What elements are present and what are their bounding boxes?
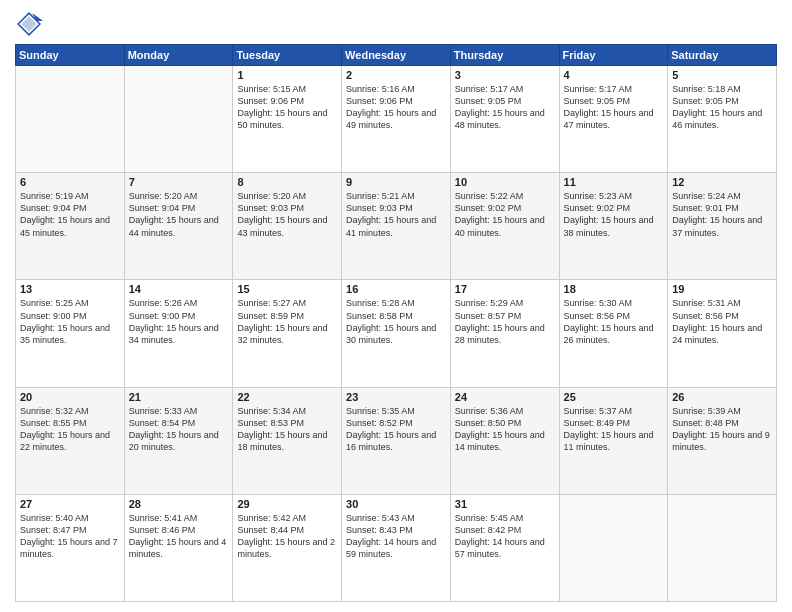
calendar-cell: 13Sunrise: 5:25 AMSunset: 9:00 PMDayligh… — [16, 280, 125, 387]
day-number: 19 — [672, 283, 772, 295]
day-number: 4 — [564, 69, 664, 81]
day-number: 28 — [129, 498, 229, 510]
day-number: 23 — [346, 391, 446, 403]
calendar-cell: 1Sunrise: 5:15 AMSunset: 9:06 PMDaylight… — [233, 66, 342, 173]
logo-icon — [15, 10, 43, 38]
cell-info: Sunrise: 5:31 AMSunset: 8:56 PMDaylight:… — [672, 297, 772, 346]
day-number: 15 — [237, 283, 337, 295]
cell-info: Sunrise: 5:17 AMSunset: 9:05 PMDaylight:… — [564, 83, 664, 132]
cell-info: Sunrise: 5:32 AMSunset: 8:55 PMDaylight:… — [20, 405, 120, 454]
cell-info: Sunrise: 5:20 AMSunset: 9:04 PMDaylight:… — [129, 190, 229, 239]
day-number: 25 — [564, 391, 664, 403]
weekday-header-tuesday: Tuesday — [233, 45, 342, 66]
calendar-cell: 8Sunrise: 5:20 AMSunset: 9:03 PMDaylight… — [233, 173, 342, 280]
cell-info: Sunrise: 5:26 AMSunset: 9:00 PMDaylight:… — [129, 297, 229, 346]
cell-info: Sunrise: 5:43 AMSunset: 8:43 PMDaylight:… — [346, 512, 446, 561]
calendar-cell: 11Sunrise: 5:23 AMSunset: 9:02 PMDayligh… — [559, 173, 668, 280]
cell-info: Sunrise: 5:23 AMSunset: 9:02 PMDaylight:… — [564, 190, 664, 239]
day-number: 22 — [237, 391, 337, 403]
cell-info: Sunrise: 5:34 AMSunset: 8:53 PMDaylight:… — [237, 405, 337, 454]
calendar-cell: 30Sunrise: 5:43 AMSunset: 8:43 PMDayligh… — [342, 494, 451, 601]
calendar-cell: 25Sunrise: 5:37 AMSunset: 8:49 PMDayligh… — [559, 387, 668, 494]
day-number: 13 — [20, 283, 120, 295]
calendar-cell: 14Sunrise: 5:26 AMSunset: 9:00 PMDayligh… — [124, 280, 233, 387]
calendar-cell: 24Sunrise: 5:36 AMSunset: 8:50 PMDayligh… — [450, 387, 559, 494]
day-number: 26 — [672, 391, 772, 403]
day-number: 5 — [672, 69, 772, 81]
cell-info: Sunrise: 5:35 AMSunset: 8:52 PMDaylight:… — [346, 405, 446, 454]
day-number: 9 — [346, 176, 446, 188]
day-number: 20 — [20, 391, 120, 403]
day-number: 11 — [564, 176, 664, 188]
cell-info: Sunrise: 5:20 AMSunset: 9:03 PMDaylight:… — [237, 190, 337, 239]
day-number: 12 — [672, 176, 772, 188]
day-number: 27 — [20, 498, 120, 510]
calendar-cell: 4Sunrise: 5:17 AMSunset: 9:05 PMDaylight… — [559, 66, 668, 173]
calendar-cell: 21Sunrise: 5:33 AMSunset: 8:54 PMDayligh… — [124, 387, 233, 494]
day-number: 24 — [455, 391, 555, 403]
cell-info: Sunrise: 5:19 AMSunset: 9:04 PMDaylight:… — [20, 190, 120, 239]
calendar-cell: 18Sunrise: 5:30 AMSunset: 8:56 PMDayligh… — [559, 280, 668, 387]
cell-info: Sunrise: 5:42 AMSunset: 8:44 PMDaylight:… — [237, 512, 337, 561]
calendar-cell: 6Sunrise: 5:19 AMSunset: 9:04 PMDaylight… — [16, 173, 125, 280]
cell-info: Sunrise: 5:37 AMSunset: 8:49 PMDaylight:… — [564, 405, 664, 454]
calendar-cell: 31Sunrise: 5:45 AMSunset: 8:42 PMDayligh… — [450, 494, 559, 601]
calendar-cell: 27Sunrise: 5:40 AMSunset: 8:47 PMDayligh… — [16, 494, 125, 601]
cell-info: Sunrise: 5:22 AMSunset: 9:02 PMDaylight:… — [455, 190, 555, 239]
calendar: SundayMondayTuesdayWednesdayThursdayFrid… — [15, 44, 777, 602]
week-row-3: 13Sunrise: 5:25 AMSunset: 9:00 PMDayligh… — [16, 280, 777, 387]
calendar-cell: 5Sunrise: 5:18 AMSunset: 9:05 PMDaylight… — [668, 66, 777, 173]
calendar-cell — [124, 66, 233, 173]
day-number: 3 — [455, 69, 555, 81]
calendar-cell — [16, 66, 125, 173]
calendar-cell: 19Sunrise: 5:31 AMSunset: 8:56 PMDayligh… — [668, 280, 777, 387]
calendar-cell: 23Sunrise: 5:35 AMSunset: 8:52 PMDayligh… — [342, 387, 451, 494]
page: SundayMondayTuesdayWednesdayThursdayFrid… — [0, 0, 792, 612]
header — [15, 10, 777, 38]
day-number: 14 — [129, 283, 229, 295]
week-row-4: 20Sunrise: 5:32 AMSunset: 8:55 PMDayligh… — [16, 387, 777, 494]
cell-info: Sunrise: 5:33 AMSunset: 8:54 PMDaylight:… — [129, 405, 229, 454]
logo — [15, 10, 45, 38]
day-number: 10 — [455, 176, 555, 188]
calendar-cell: 28Sunrise: 5:41 AMSunset: 8:46 PMDayligh… — [124, 494, 233, 601]
cell-info: Sunrise: 5:25 AMSunset: 9:00 PMDaylight:… — [20, 297, 120, 346]
weekday-header-wednesday: Wednesday — [342, 45, 451, 66]
cell-info: Sunrise: 5:18 AMSunset: 9:05 PMDaylight:… — [672, 83, 772, 132]
week-row-1: 1Sunrise: 5:15 AMSunset: 9:06 PMDaylight… — [16, 66, 777, 173]
weekday-header-monday: Monday — [124, 45, 233, 66]
calendar-cell — [559, 494, 668, 601]
weekday-header-sunday: Sunday — [16, 45, 125, 66]
header-row: SundayMondayTuesdayWednesdayThursdayFrid… — [16, 45, 777, 66]
calendar-cell: 22Sunrise: 5:34 AMSunset: 8:53 PMDayligh… — [233, 387, 342, 494]
calendar-cell: 20Sunrise: 5:32 AMSunset: 8:55 PMDayligh… — [16, 387, 125, 494]
day-number: 31 — [455, 498, 555, 510]
calendar-cell: 29Sunrise: 5:42 AMSunset: 8:44 PMDayligh… — [233, 494, 342, 601]
calendar-cell: 12Sunrise: 5:24 AMSunset: 9:01 PMDayligh… — [668, 173, 777, 280]
cell-info: Sunrise: 5:27 AMSunset: 8:59 PMDaylight:… — [237, 297, 337, 346]
day-number: 2 — [346, 69, 446, 81]
calendar-cell: 26Sunrise: 5:39 AMSunset: 8:48 PMDayligh… — [668, 387, 777, 494]
cell-info: Sunrise: 5:45 AMSunset: 8:42 PMDaylight:… — [455, 512, 555, 561]
calendar-cell: 3Sunrise: 5:17 AMSunset: 9:05 PMDaylight… — [450, 66, 559, 173]
calendar-cell: 2Sunrise: 5:16 AMSunset: 9:06 PMDaylight… — [342, 66, 451, 173]
cell-info: Sunrise: 5:29 AMSunset: 8:57 PMDaylight:… — [455, 297, 555, 346]
cell-info: Sunrise: 5:17 AMSunset: 9:05 PMDaylight:… — [455, 83, 555, 132]
weekday-header-thursday: Thursday — [450, 45, 559, 66]
day-number: 17 — [455, 283, 555, 295]
day-number: 21 — [129, 391, 229, 403]
day-number: 6 — [20, 176, 120, 188]
cell-info: Sunrise: 5:39 AMSunset: 8:48 PMDaylight:… — [672, 405, 772, 454]
cell-info: Sunrise: 5:28 AMSunset: 8:58 PMDaylight:… — [346, 297, 446, 346]
day-number: 8 — [237, 176, 337, 188]
cell-info: Sunrise: 5:41 AMSunset: 8:46 PMDaylight:… — [129, 512, 229, 561]
cell-info: Sunrise: 5:36 AMSunset: 8:50 PMDaylight:… — [455, 405, 555, 454]
day-number: 7 — [129, 176, 229, 188]
weekday-header-saturday: Saturday — [668, 45, 777, 66]
calendar-cell: 17Sunrise: 5:29 AMSunset: 8:57 PMDayligh… — [450, 280, 559, 387]
calendar-cell: 15Sunrise: 5:27 AMSunset: 8:59 PMDayligh… — [233, 280, 342, 387]
week-row-5: 27Sunrise: 5:40 AMSunset: 8:47 PMDayligh… — [16, 494, 777, 601]
day-number: 16 — [346, 283, 446, 295]
calendar-cell: 10Sunrise: 5:22 AMSunset: 9:02 PMDayligh… — [450, 173, 559, 280]
day-number: 18 — [564, 283, 664, 295]
